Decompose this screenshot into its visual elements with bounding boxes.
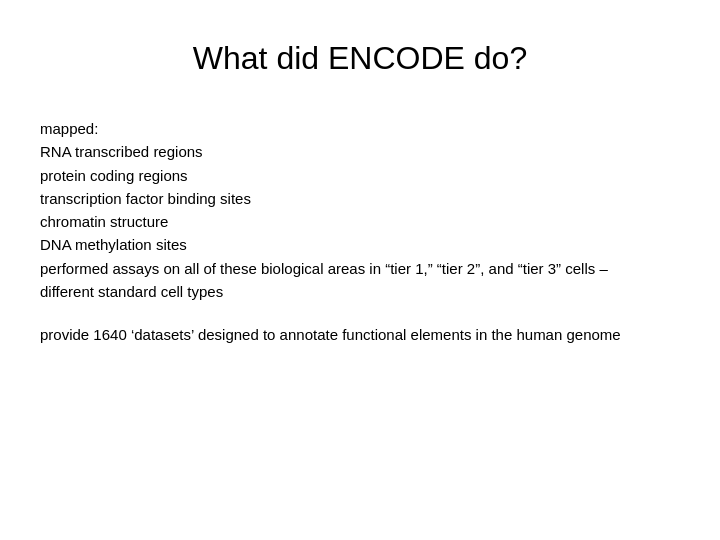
mapped-line-3: protein coding regions: [40, 164, 680, 187]
mapped-section: mapped: RNA transcribed regions protein …: [40, 117, 680, 303]
mapped-line-8: different standard cell types: [40, 280, 680, 303]
content-area: mapped: RNA transcribed regions protein …: [40, 117, 680, 346]
mapped-line-1: mapped:: [40, 117, 680, 140]
mapped-line-7: performed assays on all of these biologi…: [40, 257, 680, 280]
slide: What did ENCODE do? mapped: RNA transcri…: [0, 0, 720, 540]
slide-title: What did ENCODE do?: [40, 40, 680, 77]
provide-section: provide 1640 ‘datasets’ designed to anno…: [40, 323, 680, 346]
provide-text: provide 1640 ‘datasets’ designed to anno…: [40, 323, 680, 346]
mapped-line-2: RNA transcribed regions: [40, 140, 680, 163]
mapped-line-5: chromatin structure: [40, 210, 680, 233]
mapped-line-4: transcription factor binding sites: [40, 187, 680, 210]
mapped-line-6: DNA methylation sites: [40, 233, 680, 256]
